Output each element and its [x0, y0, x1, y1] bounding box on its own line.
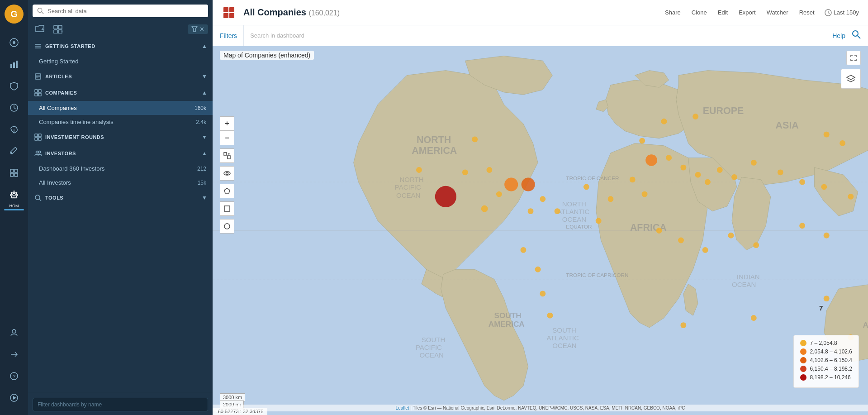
map-dot-medium-3	[645, 154, 657, 166]
section-getting-started[interactable]: GETTING STARTED ▲	[28, 38, 213, 54]
icon-bar: G	[0, 0, 28, 415]
app-logo[interactable]: G	[5, 5, 24, 24]
nav-settings[interactable]: HOM	[4, 185, 24, 210]
getting-started-item[interactable]: Getting Started	[28, 54, 213, 68]
filter-clear-btn[interactable]: ✕	[188, 24, 208, 34]
zoom-in-btn[interactable]: +	[220, 116, 234, 131]
svg-rect-37	[38, 93, 41, 96]
companies-timeline-item[interactable]: Companies timeline analysis 2.4k	[28, 115, 213, 129]
nav-leaf[interactable]	[4, 119, 24, 139]
svg-point-124	[840, 140, 845, 146]
dashboard-nav-icon[interactable]	[4, 33, 24, 52]
reset-view-btn[interactable]	[220, 148, 234, 163]
person-nav-icon[interactable]	[4, 323, 24, 343]
svg-point-43	[38, 151, 41, 153]
new-grid-btn[interactable]: +	[51, 23, 65, 35]
svg-text:INDIAN: INDIAN	[737, 273, 760, 281]
svg-point-103	[848, 194, 854, 200]
svg-text:ATLANTIC: ATLANTIC	[557, 208, 590, 215]
map-layers-btn[interactable]	[841, 69, 861, 89]
svg-text:OCEAN: OCEAN	[396, 191, 420, 199]
circle-btn[interactable]	[220, 219, 234, 234]
nav-puzzle[interactable]	[4, 163, 24, 183]
shield-nav-icon[interactable]	[4, 76, 24, 96]
svg-text:OCEAN: OCEAN	[552, 342, 576, 349]
nav-shield[interactable]	[4, 76, 24, 96]
leaflet-link[interactable]: Leaflet	[396, 405, 409, 410]
section-articles[interactable]: ARTICLES ▼	[28, 68, 213, 85]
top-bar-actions: Share Clone Edit Export Watcher Reset La…	[664, 7, 859, 18]
dashboard-360-investors-item[interactable]: Dashboard 360 Investors 212	[28, 162, 213, 176]
nav-wrench[interactable]	[4, 141, 24, 161]
svg-rect-2	[10, 64, 12, 68]
legend-dot-5	[800, 374, 806, 381]
wrench-nav-icon[interactable]	[4, 141, 24, 161]
help-nav-icon[interactable]: ?	[4, 366, 24, 386]
sidebar: + + ✕ GETTING STARTED ▲ Getting Started …	[28, 0, 213, 415]
svg-point-88	[555, 208, 560, 214]
help-btn[interactable]: Help	[832, 32, 845, 39]
legend-dot-4	[800, 366, 806, 372]
nav-dashboard[interactable]	[4, 33, 24, 52]
svg-point-110	[678, 238, 684, 243]
eye-btn[interactable]	[220, 166, 234, 181]
section-investment-rounds[interactable]: INVESTMENT ROUNDS ▼	[28, 129, 213, 145]
svg-point-89	[583, 184, 589, 190]
section-getting-started-icon	[34, 43, 42, 50]
svg-point-113	[753, 242, 759, 248]
logo-area[interactable]: G	[0, 0, 28, 28]
articles-title: ARTICLES	[45, 74, 198, 79]
section-investors[interactable]: INVESTORS ▲	[28, 145, 213, 162]
global-search-input[interactable]	[47, 8, 204, 14]
square-btn[interactable]	[220, 201, 234, 216]
all-companies-item[interactable]: All Companies 160k	[28, 101, 213, 115]
tools-title: TOOLS	[45, 195, 198, 200]
export-btn[interactable]: Export	[738, 7, 757, 18]
global-search-box[interactable]	[33, 5, 208, 17]
svg-rect-41	[38, 138, 41, 140]
nav-history[interactable]	[4, 98, 24, 118]
watcher-btn[interactable]: Watcher	[766, 7, 789, 18]
clone-btn[interactable]: Clone	[691, 7, 708, 18]
svg-text:SOUTH: SOUTH	[494, 311, 522, 320]
svg-point-12	[13, 193, 15, 196]
svg-point-131	[596, 218, 602, 224]
svg-rect-23	[54, 30, 57, 33]
leaf-nav-icon[interactable]	[4, 119, 24, 139]
share-btn[interactable]: Share	[664, 7, 682, 18]
section-companies[interactable]: COMPANIES ▲	[28, 85, 213, 101]
play-nav-icon[interactable]	[4, 388, 24, 408]
search-dashboard-btn[interactable]	[852, 30, 861, 41]
svg-point-112	[728, 233, 734, 239]
polygon-btn[interactable]	[220, 184, 234, 198]
svg-point-83	[462, 169, 468, 175]
global-search-icon	[37, 7, 44, 14]
nav-charts[interactable]	[4, 54, 24, 74]
svg-point-51	[853, 31, 858, 36]
zoom-out-btn[interactable]: −	[220, 131, 234, 145]
svg-text:+: +	[61, 28, 63, 33]
share-nav-icon[interactable]	[4, 344, 24, 364]
zoom-controls: + −	[220, 116, 234, 145]
svg-point-44	[35, 195, 40, 200]
charts-nav-icon[interactable]	[4, 54, 24, 74]
puzzle-nav-icon[interactable]	[4, 163, 24, 183]
filter-dashboards-input[interactable]	[33, 398, 208, 411]
new-folder-btn[interactable]: +	[33, 23, 47, 35]
svg-point-127	[639, 138, 645, 144]
svg-text:SOUTH: SOUTH	[422, 336, 446, 343]
svg-text:AMERICA: AMERICA	[489, 320, 525, 329]
svg-point-106	[535, 267, 541, 272]
svg-point-96	[705, 179, 711, 185]
all-investors-item[interactable]: All Investors 15k	[28, 176, 213, 190]
dashboard-search-input[interactable]	[250, 32, 832, 39]
settings-nav-icon[interactable]	[4, 185, 24, 205]
map-expand-btn[interactable]	[846, 51, 861, 65]
history-nav-icon[interactable]	[4, 98, 24, 118]
section-investment-icon	[34, 134, 42, 141]
edit-btn[interactable]: Edit	[717, 7, 729, 18]
filters-tab[interactable]: Filters	[220, 25, 244, 46]
reset-btn[interactable]: Reset	[798, 7, 816, 18]
section-tools[interactable]: TOOLS ▼	[28, 190, 213, 206]
svg-point-118	[824, 296, 830, 301]
